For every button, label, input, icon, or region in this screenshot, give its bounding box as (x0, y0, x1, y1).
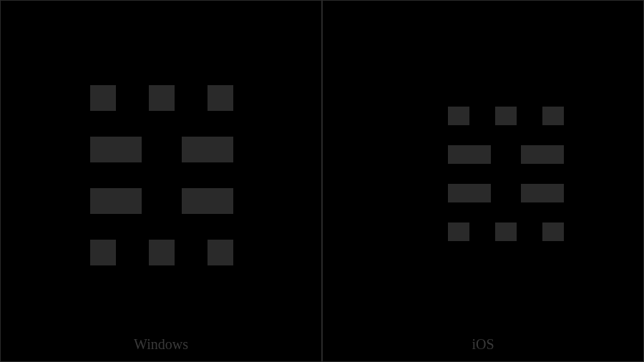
glyph-segment (448, 184, 491, 202)
glyph-segment (149, 85, 175, 111)
glyph-row (448, 107, 564, 125)
glyph-segment (208, 85, 233, 111)
glyph-segment (182, 137, 233, 162)
glyph-segment (448, 107, 469, 125)
glyph-segment (90, 240, 116, 265)
panel-caption-ios: iOS (323, 336, 643, 353)
glyph-segment (448, 222, 469, 241)
tetragram-glyph-windows (90, 85, 233, 265)
glyph-row (448, 222, 564, 241)
glyph-segment (495, 107, 517, 125)
glyph-row (448, 184, 564, 202)
glyph-segment (208, 240, 233, 265)
glyph-segment (182, 188, 233, 214)
glyph-container: iOS (323, 1, 643, 361)
glyph-segment (521, 145, 564, 164)
glyph-row (448, 145, 564, 164)
glyph-row (90, 188, 233, 214)
panel-caption-windows: Windows (1, 336, 321, 353)
tetragram-glyph-ios (448, 107, 564, 241)
glyph-segment (495, 222, 517, 241)
glyph-segment (521, 184, 564, 202)
glyph-panel-ios: iOS (322, 0, 644, 362)
glyph-row (90, 137, 233, 162)
glyph-container: Windows (1, 1, 321, 361)
glyph-row (90, 85, 233, 111)
glyph-row (90, 240, 233, 265)
glyph-segment (90, 137, 142, 162)
glyph-segment (448, 145, 491, 164)
glyph-segment (90, 188, 142, 214)
glyph-segment (542, 107, 564, 125)
glyph-segment (90, 85, 116, 111)
glyph-segment (542, 222, 564, 241)
glyph-segment (149, 240, 175, 265)
glyph-panel-windows: Windows (0, 0, 322, 362)
